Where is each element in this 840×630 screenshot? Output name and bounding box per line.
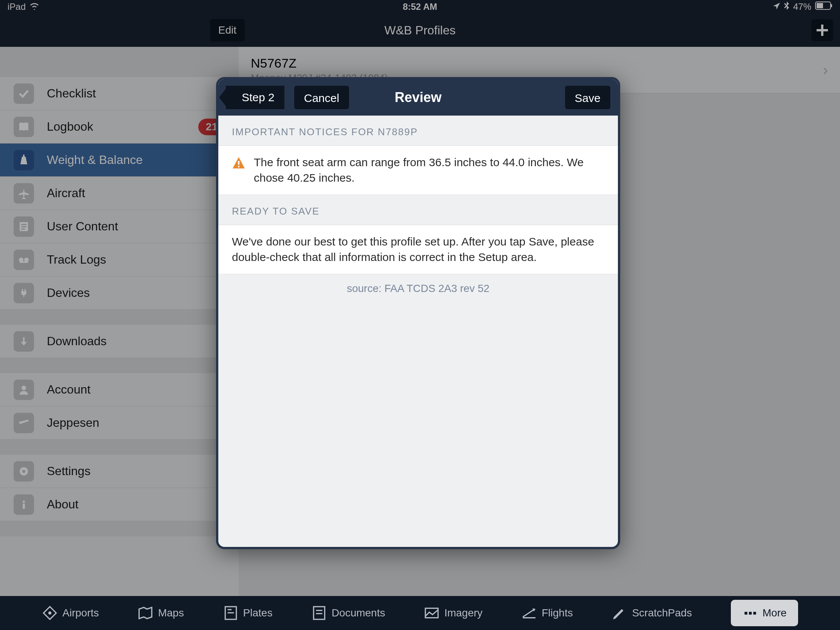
profile-title: N5767Z	[251, 56, 388, 71]
svg-rect-27	[238, 166, 240, 167]
sidebar-item-account[interactable]: Account	[0, 373, 239, 406]
sidebar-label: Jeppesen	[47, 416, 225, 430]
svg-rect-24	[749, 612, 752, 614]
svg-rect-5	[21, 226, 27, 227]
svg-rect-26	[238, 161, 240, 165]
battery-icon	[815, 2, 832, 12]
book-icon	[18, 121, 30, 133]
sidebar-label: Logbook	[47, 120, 198, 134]
svg-rect-2	[831, 4, 832, 7]
plus-icon	[816, 25, 828, 36]
battery-percent: 47%	[793, 2, 811, 12]
tab-maps[interactable]: Maps	[137, 605, 183, 621]
device-label: iPad	[8, 2, 26, 12]
edit-button[interactable]: Edit	[210, 19, 245, 41]
svg-point-10	[22, 385, 26, 390]
user-icon	[18, 384, 30, 395]
sidebar-label: Downloads	[47, 334, 225, 348]
documents-icon	[311, 605, 327, 621]
weight-icon	[18, 155, 30, 166]
svg-rect-1	[816, 3, 823, 8]
tab-airports[interactable]: Airports	[42, 605, 99, 621]
aircraft-icon	[18, 188, 30, 199]
download-icon	[18, 336, 30, 347]
modal-title: Review	[395, 90, 442, 105]
sidebar-item-devices[interactable]: Devices	[0, 276, 239, 310]
notice-row: The front seat arm can range from 36.5 i…	[218, 146, 618, 195]
sidebar-label: Track Logs	[47, 253, 225, 267]
modal-header: Step 2 Cancel Review Save	[218, 79, 618, 115]
wifi-icon	[30, 2, 39, 12]
gear-icon	[18, 466, 30, 477]
pencil-icon	[611, 605, 627, 621]
review-modal: Step 2 Cancel Review Save IMPORTANT NOTI…	[216, 77, 620, 549]
sidebar-item-weight-balance[interactable]: Weight & Balance	[0, 144, 239, 177]
cancel-button[interactable]: Cancel	[294, 86, 349, 109]
svg-point-12	[22, 470, 25, 473]
sidebar-item-about[interactable]: About	[0, 488, 239, 521]
sidebar-label: Devices	[47, 286, 225, 300]
sidebar-item-user-content[interactable]: User Content	[0, 210, 239, 243]
back-button[interactable]: Step 2	[226, 86, 284, 109]
svg-rect-18	[227, 612, 234, 613]
maps-icon	[137, 605, 153, 621]
sidebar-item-downloads[interactable]: Downloads	[0, 325, 239, 358]
notices-header: IMPORTANT NOTICES FOR N7889P	[218, 115, 618, 146]
warning-icon	[232, 156, 245, 170]
source-text: source: FAA TCDS 2A3 rev 52	[218, 274, 618, 303]
add-button[interactable]	[811, 19, 833, 41]
svg-rect-17	[227, 609, 232, 610]
jeppesen-icon	[18, 417, 30, 429]
svg-rect-25	[753, 612, 756, 614]
notice-text: The front seat arm can range from 36.5 i…	[254, 155, 604, 185]
sidebar-label: Account	[47, 383, 225, 396]
svg-point-13	[23, 501, 25, 503]
imagery-icon	[424, 605, 440, 621]
tab-more[interactable]: More	[731, 600, 798, 626]
tab-flights[interactable]: Flights	[521, 605, 573, 621]
tab-documents[interactable]: Documents	[311, 605, 385, 621]
page-title: W&B Profiles	[385, 24, 455, 37]
sidebar-item-logbook[interactable]: Logbook 21	[0, 110, 239, 144]
save-button[interactable]: Save	[565, 86, 610, 109]
svg-rect-9	[20, 261, 28, 263]
svg-rect-6	[21, 229, 25, 230]
svg-rect-20	[316, 610, 322, 611]
airports-icon	[42, 605, 58, 621]
sidebar-label: Aircraft	[47, 186, 225, 200]
location-icon	[773, 2, 780, 12]
document-list-icon	[18, 221, 30, 232]
plates-icon	[223, 605, 239, 621]
nav-bar: Edit W&B Profiles	[0, 14, 840, 47]
tape-icon	[18, 254, 30, 265]
tab-plates[interactable]: Plates	[223, 605, 273, 621]
tab-scratchpads[interactable]: ScratchPads	[611, 605, 692, 621]
plug-icon	[18, 287, 30, 299]
clock: 8:52 AM	[403, 2, 437, 12]
checklist-icon	[18, 88, 30, 99]
svg-rect-23	[744, 612, 747, 614]
tab-bar: Airports Maps Plates Documents Imagery F…	[0, 596, 840, 630]
sidebar-item-settings[interactable]: Settings	[0, 455, 239, 488]
ready-text: We've done our best to get this profile …	[218, 225, 618, 274]
sidebar: Checklist Logbook 21 Weight & Balance Ai…	[0, 47, 239, 596]
svg-point-15	[48, 611, 51, 614]
sidebar-label: User Content	[47, 219, 225, 234]
svg-rect-14	[23, 504, 25, 509]
sidebar-item-jeppesen[interactable]: Jeppesen	[0, 406, 239, 440]
info-icon	[18, 499, 30, 510]
sidebar-item-checklist[interactable]: Checklist	[0, 77, 239, 110]
sidebar-label: Checklist	[47, 87, 225, 101]
sidebar-item-aircraft[interactable]: Aircraft	[0, 177, 239, 210]
sidebar-label: About	[47, 497, 225, 512]
sidebar-label: Weight & Balance	[47, 153, 225, 167]
svg-rect-4	[21, 224, 27, 225]
status-bar: iPad 8:52 AM 47%	[0, 0, 840, 14]
flights-icon	[521, 605, 537, 621]
chevron-right-icon: ›	[823, 62, 828, 79]
more-icon	[742, 605, 758, 621]
sidebar-label: Settings	[47, 464, 225, 478]
svg-rect-22	[426, 608, 439, 617]
sidebar-item-track-logs[interactable]: Track Logs	[0, 243, 239, 276]
tab-imagery[interactable]: Imagery	[424, 605, 482, 621]
